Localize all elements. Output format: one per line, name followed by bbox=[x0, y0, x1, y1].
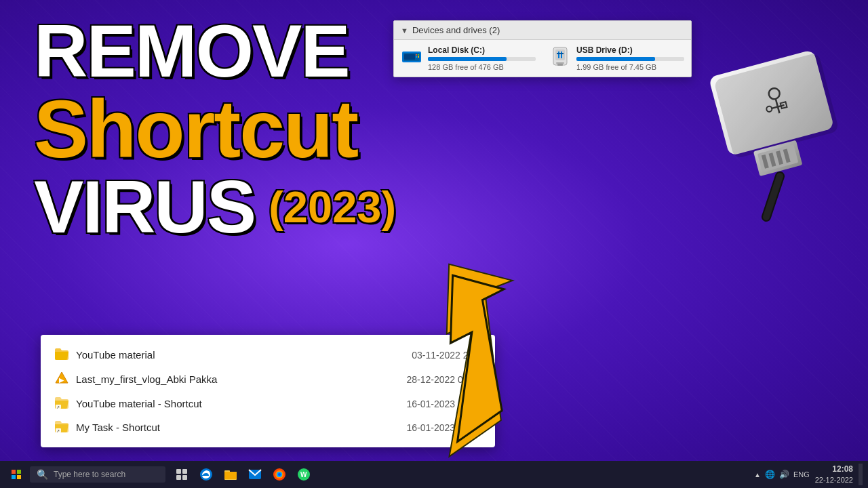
title-remove: REMOVE bbox=[34, 14, 396, 88]
devices-header: ▼ Devices and drives (2) bbox=[394, 21, 691, 40]
svg-point-40 bbox=[200, 468, 212, 481]
network-icon: 🌐 bbox=[765, 470, 775, 479]
search-icon: 🔍 bbox=[37, 469, 48, 480]
file-item-left: ↗ My Task - Shortcut bbox=[54, 420, 160, 435]
taskbar-right: ▲ 🌐 🔊 ENG 12:08 22-12-2022 bbox=[754, 464, 863, 485]
drive-icon-hdd bbox=[401, 46, 422, 70]
taskbar: 🔍 Type here to search bbox=[0, 461, 868, 488]
title-virus-row: VIRUS (2023) bbox=[34, 169, 396, 244]
file-item-left: YouTube material bbox=[54, 347, 155, 363]
taskbar-search[interactable]: 🔍 Type here to search bbox=[30, 466, 165, 483]
drive-item-usb[interactable]: USB Drive (D:) 1.99 GB free of 7.45 GB bbox=[549, 45, 684, 71]
drive-info: Local Disk (C:) 128 GB free of 476 GB bbox=[428, 45, 536, 71]
svg-rect-15 bbox=[418, 56, 419, 58]
svg-text:▶: ▶ bbox=[59, 377, 64, 384]
windows-logo-icon bbox=[12, 470, 21, 479]
taskbar-date-value: 22-12-2022 bbox=[815, 475, 853, 485]
drive-bar-container bbox=[576, 57, 684, 61]
taskbar-icon-edge[interactable] bbox=[195, 464, 217, 485]
svg-point-48 bbox=[278, 473, 281, 476]
show-desktop-button[interactable] bbox=[859, 464, 863, 485]
taskbar-icon-mail[interactable] bbox=[244, 464, 266, 485]
drive-bar bbox=[428, 57, 507, 61]
drive-name: Local Disk (C:) bbox=[428, 45, 536, 55]
svg-rect-20 bbox=[558, 52, 559, 58]
svg-rect-17 bbox=[555, 49, 565, 60]
svg-text:↗: ↗ bbox=[56, 429, 60, 433]
svg-rect-13 bbox=[418, 54, 419, 56]
drive-info: USB Drive (D:) 1.99 GB free of 7.45 GB bbox=[576, 45, 684, 71]
file-item-left: ▶ Last_my_first_vlog_Abki Pakka bbox=[54, 371, 217, 388]
drive-name: USB Drive (D:) bbox=[576, 45, 684, 55]
svg-rect-38 bbox=[176, 475, 181, 480]
drive-row: USB Drive (D:) 1.99 GB free of 7.45 GB bbox=[549, 45, 684, 71]
task-view-button[interactable] bbox=[171, 464, 193, 485]
file-icon-folder bbox=[54, 347, 69, 363]
drive-free: 1.99 GB free of 7.45 GB bbox=[576, 63, 684, 71]
search-placeholder: Type here to search bbox=[54, 470, 125, 479]
drive-bar bbox=[576, 57, 655, 61]
svg-rect-14 bbox=[416, 56, 417, 58]
taskbar-app-icons: W bbox=[195, 464, 315, 485]
title-shortcut: Shortcut bbox=[34, 88, 396, 169]
usb-image bbox=[698, 47, 854, 226]
title-virus: VIRUS bbox=[34, 169, 255, 244]
drive-free: 128 GB free of 476 GB bbox=[428, 63, 536, 71]
taskbar-icon-explorer[interactable] bbox=[220, 464, 241, 485]
file-name: YouTube material bbox=[76, 349, 155, 361]
taskbar-sys-icons: ▲ 🌐 🔊 ENG bbox=[754, 470, 810, 479]
svg-rect-24 bbox=[713, 52, 840, 159]
drive-row: Local Disk (C:) 128 GB free of 476 GB bbox=[401, 45, 536, 71]
start-button[interactable] bbox=[5, 464, 27, 485]
svg-rect-18 bbox=[556, 62, 564, 64]
lang-label: ENG bbox=[793, 470, 810, 479]
title-area: REMOVE Shortcut VIRUS (2023) bbox=[34, 14, 396, 244]
file-icon-folder-shortcut: ↗ bbox=[54, 396, 69, 411]
devices-header-title: Devices and drives (2) bbox=[412, 25, 500, 35]
svg-rect-37 bbox=[182, 469, 187, 474]
file-icon-vlc: ▶ bbox=[54, 371, 69, 388]
taskbar-clock: 12:08 22-12-2022 bbox=[815, 464, 853, 485]
drive-icon-usb bbox=[549, 46, 571, 70]
devices-content: Local Disk (C:) 128 GB free of 476 GB bbox=[394, 40, 691, 77]
tray-arrow[interactable]: ▲ bbox=[754, 471, 761, 479]
volume-icon[interactable]: 🔊 bbox=[779, 470, 789, 479]
file-item-left: ↗ YouTube material - Shortcut bbox=[54, 396, 202, 411]
file-icon-folder-shortcut: ↗ bbox=[54, 420, 69, 435]
svg-text:W: W bbox=[300, 471, 307, 479]
svg-rect-36 bbox=[176, 469, 181, 474]
drive-bar-container bbox=[428, 57, 536, 61]
title-year: (2023) bbox=[269, 185, 396, 229]
taskbar-icon-whatsapp[interactable]: W bbox=[293, 464, 315, 485]
svg-rect-21 bbox=[561, 52, 562, 58]
svg-rect-43 bbox=[224, 472, 237, 479]
svg-text:↗: ↗ bbox=[56, 405, 60, 409]
taskbar-icon-browser[interactable] bbox=[269, 464, 290, 485]
taskbar-time-value: 12:08 bbox=[815, 464, 853, 475]
svg-rect-10 bbox=[404, 54, 415, 60]
devices-panel[interactable]: ▼ Devices and drives (2) Local Disk (C:) bbox=[393, 20, 692, 77]
svg-rect-12 bbox=[416, 54, 417, 56]
svg-rect-39 bbox=[182, 475, 187, 480]
collapse-arrow[interactable]: ▼ bbox=[401, 26, 408, 35]
drive-item-hdd[interactable]: Local Disk (C:) 128 GB free of 476 GB bbox=[401, 45, 536, 71]
file-name: Last_my_first_vlog_Abki Pakka bbox=[76, 373, 217, 385]
file-name: My Task - Shortcut bbox=[76, 422, 160, 433]
svg-rect-19 bbox=[557, 64, 563, 66]
svg-rect-22 bbox=[557, 53, 564, 54]
file-name: YouTube material - Shortcut bbox=[76, 398, 202, 409]
